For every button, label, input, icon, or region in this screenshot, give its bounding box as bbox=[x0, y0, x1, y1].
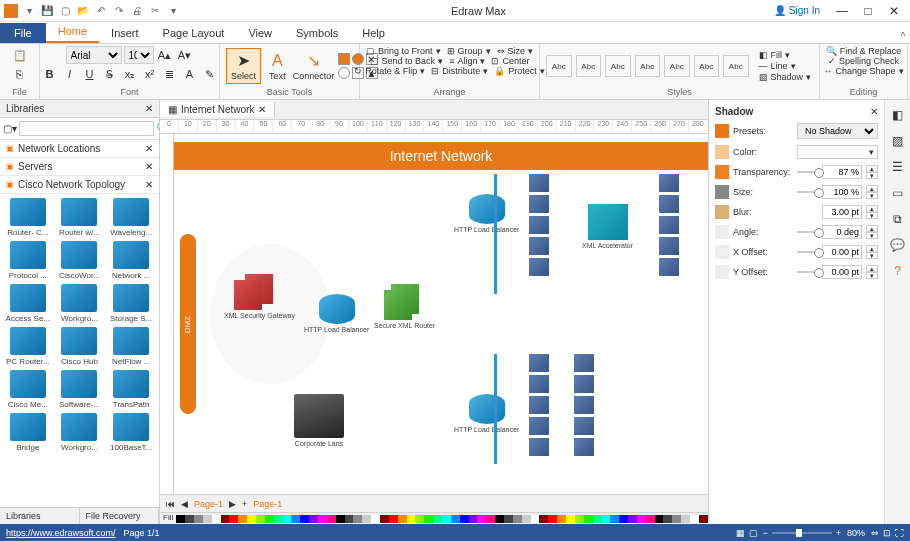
shape-item[interactable]: Bridge bbox=[4, 413, 52, 452]
font-grow-icon[interactable]: A▴ bbox=[156, 46, 174, 64]
node-stack-1[interactable] bbox=[529, 174, 549, 279]
lib-servers[interactable]: ▣Servers✕ bbox=[0, 158, 159, 176]
protect-button[interactable]: 🔒 Protect ▾ bbox=[492, 66, 547, 76]
tab-file-recovery[interactable]: File Recovery bbox=[80, 508, 160, 524]
strike-button[interactable]: S̶ bbox=[101, 65, 119, 83]
shape-item[interactable]: Storage S... bbox=[107, 284, 155, 323]
shape-item[interactable]: 100BaseT... bbox=[107, 413, 155, 452]
shape-item[interactable]: Cisco Hub bbox=[56, 327, 104, 366]
shape-item[interactable]: TransPath bbox=[107, 370, 155, 409]
angle-slider[interactable] bbox=[797, 231, 818, 233]
node-stack-3[interactable] bbox=[529, 354, 549, 459]
fit-width-icon[interactable]: ⇔ bbox=[871, 528, 879, 538]
font-family-select[interactable]: Arial bbox=[66, 46, 122, 64]
qat-dropdown[interactable]: ▾ bbox=[22, 4, 36, 18]
style-preset-6[interactable]: Abc bbox=[694, 55, 720, 77]
yoffset-value[interactable] bbox=[822, 265, 862, 279]
xoffset-value[interactable] bbox=[822, 245, 862, 259]
shape-item[interactable]: Protocol ... bbox=[4, 241, 52, 280]
color-picker[interactable]: ▾ bbox=[797, 145, 878, 159]
transp-spinner[interactable]: ▴▾ bbox=[866, 165, 878, 179]
style-preset-7[interactable]: Abc bbox=[723, 55, 749, 77]
style-preset-4[interactable]: Abc bbox=[635, 55, 661, 77]
fit-page-icon[interactable]: ⊡ bbox=[883, 528, 891, 538]
lib-cisco-topology[interactable]: ▣Cisco Network Topology✕ bbox=[0, 176, 159, 194]
drawing-canvas[interactable]: Internet Network DMZ XML Security Gatewa… bbox=[174, 134, 708, 494]
shape-item[interactable]: Workgro... bbox=[56, 284, 104, 323]
angle-spinner[interactable]: ▴▾ bbox=[866, 225, 878, 239]
view-mode-2-icon[interactable]: ▢ bbox=[749, 528, 758, 538]
size-slider[interactable] bbox=[797, 191, 818, 193]
center-button[interactable]: ⊡ Center bbox=[489, 56, 531, 66]
status-url[interactable]: https://www.edrawsoft.com/ bbox=[6, 528, 116, 538]
dock-image-icon[interactable]: ▭ bbox=[889, 184, 907, 202]
redo-icon[interactable]: ↷ bbox=[112, 4, 126, 18]
undo-icon[interactable]: ↶ bbox=[94, 4, 108, 18]
shape-item[interactable]: Cisco Me... bbox=[4, 370, 52, 409]
text-tool[interactable]: A Text bbox=[265, 50, 290, 83]
tab-help[interactable]: Help bbox=[350, 23, 397, 43]
blur-value[interactable] bbox=[822, 205, 862, 219]
align-button[interactable]: ≡ Align ▾ bbox=[447, 56, 487, 66]
style-preset-5[interactable]: Abc bbox=[664, 55, 690, 77]
xoffset-slider[interactable] bbox=[797, 251, 818, 253]
font-color-icon[interactable]: A bbox=[181, 65, 199, 83]
sup-button[interactable]: x² bbox=[141, 65, 159, 83]
shadow-close-icon[interactable]: ✕ bbox=[870, 106, 878, 117]
find-replace-button[interactable]: 🔍 Find & Replace bbox=[826, 46, 902, 56]
user-icon[interactable]: 👤 bbox=[773, 4, 787, 18]
dock-comment-icon[interactable]: 💬 bbox=[889, 236, 907, 254]
page-next-icon[interactable]: ▶ bbox=[229, 499, 236, 509]
select-tool[interactable]: ➤ Select bbox=[226, 48, 261, 84]
style-preset-3[interactable]: Abc bbox=[605, 55, 631, 77]
spell-check-button[interactable]: ✓ Spelling Check bbox=[828, 56, 899, 66]
lib-network-locations[interactable]: ▣Network Locations✕ bbox=[0, 140, 159, 158]
size-button[interactable]: ⇔ Size ▾ bbox=[495, 46, 536, 56]
shape-item[interactable]: Router- C... bbox=[4, 198, 52, 237]
line-button[interactable]: — Line ▾ bbox=[757, 61, 814, 71]
zoom-in-icon[interactable]: + bbox=[836, 528, 841, 538]
shape-item[interactable]: Access Se... bbox=[4, 284, 52, 323]
shape-item[interactable]: Software-... bbox=[56, 370, 104, 409]
shadow-button[interactable]: ▨ Shadow ▾ bbox=[757, 72, 814, 82]
group-button[interactable]: ⊞ Group ▾ bbox=[445, 46, 493, 56]
dock-theme-icon[interactable]: ◧ bbox=[889, 106, 907, 124]
dock-align-icon[interactable]: ☰ bbox=[889, 158, 907, 176]
file-menu[interactable]: File bbox=[0, 23, 46, 43]
distribute-button[interactable]: ⊟ Distribute ▾ bbox=[429, 66, 490, 76]
doc-tab-close-icon[interactable]: ✕ bbox=[258, 104, 266, 115]
ribbon-collapse[interactable]: ^ bbox=[896, 29, 910, 43]
copy-icon[interactable]: ⎘ bbox=[11, 65, 29, 83]
shape-item[interactable]: Router w/... bbox=[56, 198, 104, 237]
page-tab-1[interactable]: Page-1 bbox=[194, 499, 223, 509]
document-tab[interactable]: ▦ Internet Network ✕ bbox=[160, 102, 275, 117]
rotate-button[interactable]: ↻ Rotate & Flip ▾ bbox=[352, 66, 427, 76]
tab-libraries[interactable]: Libraries bbox=[0, 508, 80, 524]
underline-button[interactable]: U bbox=[81, 65, 99, 83]
page-add-icon[interactable]: + bbox=[242, 499, 247, 509]
page-prev-icon[interactable]: ◀ bbox=[181, 499, 188, 509]
open-icon[interactable]: 📂 bbox=[76, 4, 90, 18]
dock-layer-icon[interactable]: ⧉ bbox=[889, 210, 907, 228]
dock-help-icon[interactable]: ? bbox=[889, 262, 907, 280]
xoff-spinner[interactable]: ▴▾ bbox=[866, 245, 878, 259]
lib-menu-icon[interactable]: ▢▾ bbox=[3, 121, 17, 136]
yoffset-slider[interactable] bbox=[797, 271, 818, 273]
presets-select[interactable]: No Shadow bbox=[797, 123, 878, 139]
print-icon[interactable]: 🖨 bbox=[130, 4, 144, 18]
bring-front-button[interactable]: ▢ Bring to Front ▾ bbox=[364, 46, 443, 56]
zoom-out-icon[interactable]: − bbox=[762, 528, 767, 538]
node-stack-4[interactable] bbox=[574, 354, 594, 459]
dock-fill-icon[interactable]: ▨ bbox=[889, 132, 907, 150]
shape-item[interactable]: Network ... bbox=[107, 241, 155, 280]
shape-item[interactable]: PC Router... bbox=[4, 327, 52, 366]
page-first-icon[interactable]: ⏮ bbox=[166, 499, 175, 509]
font-size-select[interactable]: 10 bbox=[124, 46, 154, 64]
maximize-button[interactable]: □ bbox=[856, 2, 880, 20]
shape-item[interactable]: NetFlow ... bbox=[107, 327, 155, 366]
shape-item[interactable]: Workgro... bbox=[56, 413, 104, 452]
shape-item[interactable]: CiscoWor... bbox=[56, 241, 104, 280]
style-preset-1[interactable]: Abc bbox=[546, 55, 572, 77]
library-search-input[interactable] bbox=[19, 121, 154, 136]
fullscreen-icon[interactable]: ⛶ bbox=[895, 528, 904, 538]
